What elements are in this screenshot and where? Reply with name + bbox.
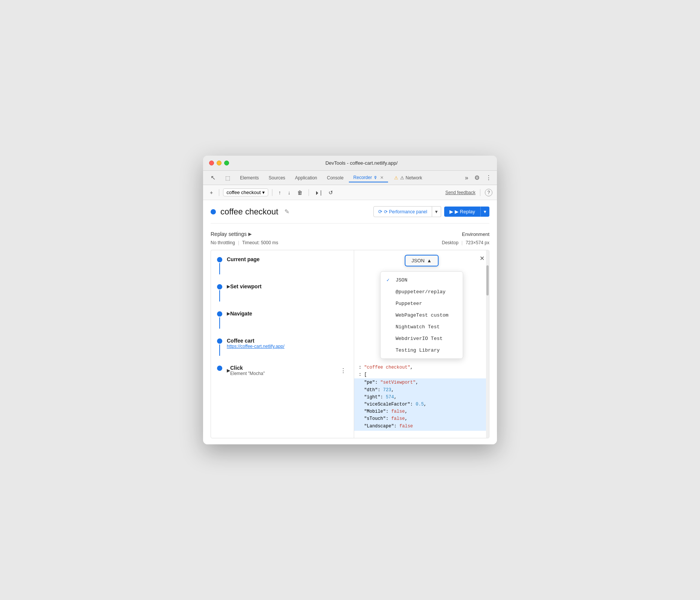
export-button[interactable]: ↑ (276, 188, 283, 197)
replay-settings-label: Replay settings (211, 231, 247, 237)
environment-section: Environment (462, 231, 489, 237)
step-line-3 (219, 317, 220, 329)
step-title-current-page: Current page (227, 256, 348, 262)
format-label-json: JSON (396, 277, 407, 283)
step-more-button-5[interactable]: ⋮ (339, 367, 348, 374)
traffic-lights (209, 161, 229, 165)
format-option-puppeteer-replay[interactable]: @puppeteer/replay (381, 286, 463, 298)
format-label-webdriverio: WebdriverIO Test (396, 336, 443, 341)
format-dropdown-menu: ✓ JSON @puppeteer/replay Puppeteer (380, 271, 463, 359)
close-code-panel-button[interactable]: ✕ (480, 255, 484, 262)
step-current-page: Current page (217, 256, 348, 274)
chevron-down-icon: ▾ (262, 190, 265, 195)
step-title-coffee-cart: Coffee cart (227, 338, 348, 344)
toolbar: + coffee checkout ▾ ↑ ↓ 🗑 ⏵| ↺ Send feed… (203, 185, 497, 200)
format-label-puppeteer-replay: @puppeteer/replay (396, 289, 446, 295)
step-row-5: ▶ Click Element "Mocha" ⋮ (227, 365, 348, 376)
step-coffee-cart: Coffee cart https://coffee-cart.netlify.… (217, 338, 348, 356)
step-navigate: ▶ Navigate (217, 311, 348, 329)
replay-dropdown-button[interactable]: ▾ (480, 207, 489, 217)
step-over-button[interactable]: ⏵| (313, 188, 324, 197)
timeline-connector-5 (217, 365, 222, 371)
replay-button[interactable]: ▶ ▶ Replay (444, 207, 480, 217)
format-option-puppeteer[interactable]: Puppeteer (381, 298, 463, 309)
steps-list: Current page ▶ Set viewport (211, 250, 354, 391)
send-feedback-link[interactable]: Send feedback (445, 190, 475, 195)
step-title-navigate: Navigate (230, 311, 252, 317)
format-label-nightwatch: Nightwatch Test (396, 324, 440, 330)
step-row-3: ▶ Navigate (227, 311, 348, 317)
step-title-set-viewport: Set viewport (230, 283, 261, 289)
replay-settings-toggle[interactable]: Replay settings ▶ (211, 231, 252, 237)
code-panel[interactable]: JSON ▲ ✓ JSON @puppeteer/replay (354, 250, 489, 438)
format-option-json[interactable]: ✓ JSON (381, 274, 463, 286)
tab-cursor-icon[interactable]: ↖ (206, 173, 220, 183)
replay-settings-bar: Replay settings ▶ Environment (211, 231, 489, 237)
step-line-4 (219, 344, 220, 356)
highlighted-viewport-block: "pe": "setViewport", "dth": 723, "ight":… (354, 378, 489, 430)
code-line-8: "sTouch": false, (359, 415, 484, 422)
main-content: coffee checkout ✎ ⟳ ⟳ Performance panel … (203, 200, 497, 444)
settings-button[interactable]: ⚙ (471, 173, 483, 183)
import-button[interactable]: ↓ (286, 188, 293, 197)
recorder-icon: 🎙 (373, 175, 378, 180)
format-option-testing-library[interactable]: Testing Library (381, 344, 463, 356)
format-label-testing-library: Testing Library (396, 347, 440, 353)
step-dot-3 (217, 311, 222, 317)
steps-panel[interactable]: Current page ▶ Set viewport (211, 250, 354, 438)
desktop-label: Desktop (442, 240, 459, 245)
recording-header: coffee checkout ✎ ⟳ ⟳ Performance panel … (211, 206, 489, 223)
format-arrow-icon: ▲ (427, 258, 432, 263)
close-button[interactable] (209, 161, 214, 165)
maximize-button[interactable] (224, 161, 229, 165)
recording-selector[interactable]: coffee checkout ▾ (223, 188, 268, 196)
tab-more-button[interactable]: » (463, 173, 471, 183)
format-option-webpagetest[interactable]: WebPageTest custom (381, 309, 463, 321)
format-selected-label: JSON (411, 258, 425, 263)
minimize-button[interactable] (217, 161, 222, 165)
tab-network[interactable]: ⚠ ⚠ Network (389, 174, 427, 182)
tab-elements[interactable]: Elements (235, 174, 263, 182)
title-bar: DevTools - coffee-cart.netlify.app/ (203, 156, 497, 171)
help-button[interactable]: ? (485, 189, 492, 196)
step-subtitle-coffee-cart[interactable]: https://coffee-cart.netlify.app/ (227, 344, 348, 349)
more-options-button[interactable]: ⋮ (483, 173, 494, 183)
scrollbar-thumb[interactable] (486, 265, 489, 295)
recording-status-dot (211, 209, 216, 214)
format-selector-button[interactable]: JSON ▲ (405, 255, 439, 266)
tab-application[interactable]: Application (290, 174, 322, 182)
step-row-2: ▶ Set viewport (227, 283, 348, 289)
replay-settings-arrow: ▶ (248, 231, 252, 237)
tab-close-recorder[interactable]: ✕ (380, 175, 384, 180)
step-content-5: ▶ Click Element "Mocha" ⋮ (227, 365, 348, 376)
throttle-info: No throttling | Timeout: 5000 ms Desktop… (211, 240, 489, 245)
step-expand-3[interactable]: ▶ (227, 311, 230, 316)
tab-console[interactable]: Console (322, 174, 348, 182)
tab-sources[interactable]: Sources (264, 174, 290, 182)
window-title: DevTools - coffee-cart.netlify.app/ (232, 160, 491, 166)
add-recording-button[interactable]: + (208, 188, 215, 197)
perf-panel-group: ⟳ ⟳ Performance panel ▾ (373, 206, 441, 217)
timeline-connector-1 (217, 256, 222, 274)
edit-title-icon[interactable]: ✎ (284, 208, 289, 215)
code-line-2: : [ (359, 371, 484, 378)
header-actions: ⟳ ⟳ Performance panel ▾ ▶ ▶ Replay ▾ (373, 206, 489, 217)
step-set-viewport: ▶ Set viewport (217, 283, 348, 302)
tab-recorder[interactable]: Recorder 🎙 ✕ (349, 173, 388, 182)
format-label-webpagetest: WebPageTest custom (396, 312, 448, 318)
delete-recording-button[interactable]: 🗑 (295, 188, 305, 197)
perf-panel-arrow-button[interactable]: ▾ (432, 206, 441, 217)
tab-inspect-icon[interactable]: ⬚ (221, 173, 235, 182)
step-dot-1 (217, 257, 222, 262)
performance-panel-button[interactable]: ⟳ ⟳ Performance panel (373, 206, 432, 217)
code-content: : "coffee checkout", : [ "pe": "setViewp… (359, 364, 484, 438)
throttle-separator: | (238, 240, 239, 245)
format-option-nightwatch[interactable]: Nightwatch Test (381, 321, 463, 333)
step-expand-5[interactable]: ▶ (227, 368, 230, 373)
toolbar-separator-3 (309, 189, 309, 196)
code-line-4: "dth": 723, (359, 387, 484, 394)
step-expand-2[interactable]: ▶ (227, 284, 230, 289)
code-line-6: "viceScaleFactor": 0.5, (359, 401, 484, 408)
replay-slow-button[interactable]: ↺ (326, 188, 335, 197)
format-option-webdriverio[interactable]: WebdriverIO Test (381, 333, 463, 344)
